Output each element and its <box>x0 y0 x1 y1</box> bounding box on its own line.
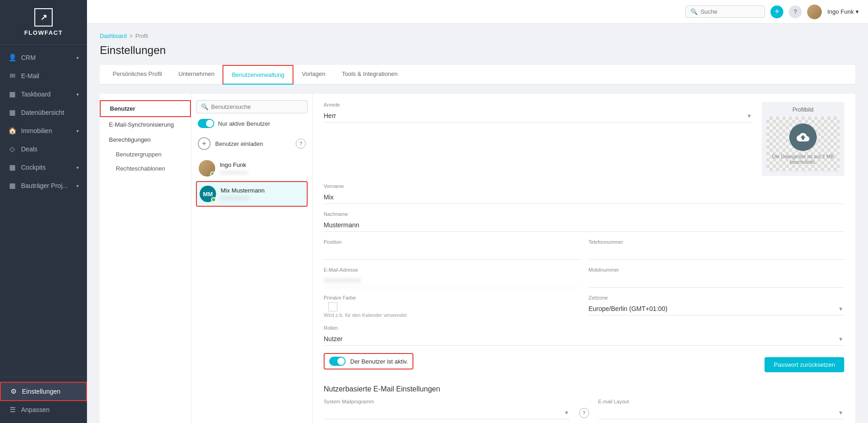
mailprogramm-select[interactable] <box>324 406 570 419</box>
sidebar-item-immobilien[interactable]: 🏠 Immobilien ▾ <box>0 122 87 140</box>
form-row-position: Position Telefonnummer <box>324 239 844 260</box>
form-row-rollen: Rollen Nutzer <box>324 325 844 346</box>
email-layout-select[interactable] <box>598 406 845 419</box>
nav-email-sync[interactable]: E-Mail-Synchronisierung <box>100 117 191 132</box>
sidebar-item-email[interactable]: ✉ E-Mail <box>0 67 87 85</box>
form-row-mailprogramm: System Mailprogramm ? E-mail Layout <box>324 399 844 419</box>
page-title: Einstellungen <box>100 44 855 57</box>
sidebar-item-crm[interactable]: 👤 CRM ▾ <box>0 48 87 67</box>
invite-row[interactable]: + Benutzer einladen ? <box>196 134 308 154</box>
active-toggle[interactable] <box>329 357 346 366</box>
anrede-select[interactable]: Herr <box>324 109 753 123</box>
taskboard-caret: ▾ <box>76 92 79 97</box>
mailprogramm-help: ? <box>579 399 589 418</box>
add-button[interactable]: + <box>770 5 783 18</box>
settings-tabs: Persönliches Profil Unternehmen Benutzer… <box>100 65 855 85</box>
nachname-input[interactable] <box>324 219 844 232</box>
rollen-select[interactable]: Nutzer <box>324 332 844 346</box>
datenuebersicht-icon: ▦ <box>8 108 16 117</box>
email-icon: ✉ <box>8 72 16 80</box>
nav-berechtigungen[interactable]: Berechtigungen <box>100 132 191 147</box>
taskboard-icon: ▦ <box>8 90 16 98</box>
sidebar: ↗ FLOWFACT 👤 CRM ▾ ✉ E-Mail ▦ Taskboard … <box>0 0 87 423</box>
sidebar-item-immobilien-label: Immobilien <box>21 127 52 134</box>
profilbild-area: Profilbild Die Dateigröße ist auf 2 MB b… <box>762 102 844 176</box>
topbar-avatar[interactable] <box>807 5 822 19</box>
tab-persoenliches[interactable]: Persönliches Profil <box>104 65 170 84</box>
tab-benutzerverwaltung[interactable]: Benutzerverwaltung <box>222 65 293 85</box>
telefon-input[interactable] <box>589 246 845 260</box>
help-button[interactable]: ? <box>789 5 802 18</box>
profilbild-note: Die Dateigröße ist auf 2 MB beschränkt. <box>766 154 840 165</box>
sidebar-item-einstellungen-label: Einstellungen <box>22 388 60 395</box>
form-group-email: E-Mail-Adresse •••••••••••••••••• <box>324 267 580 287</box>
search-input[interactable] <box>700 8 760 15</box>
logo-icon: ↗ <box>34 8 53 27</box>
ingo-info: Ingo Funk •••••••••••••••• <box>220 161 305 176</box>
vorname-input[interactable] <box>324 191 844 204</box>
nav-benutzer[interactable]: Benutzer <box>100 100 191 117</box>
reset-password-button[interactable]: Passwort zurücksetzen <box>765 357 844 372</box>
sidebar-item-email-label: E-Mail <box>21 72 39 80</box>
nav-rechteschablonen[interactable]: Rechteschablonen <box>100 161 191 176</box>
active-users-toggle[interactable] <box>198 119 214 128</box>
email-value: •••••••••••••••••• <box>324 274 580 287</box>
tab-unternehmen[interactable]: Unternehmen <box>170 65 223 84</box>
sidebar-item-cockpits[interactable]: ▦ Cockpits ▾ <box>0 158 87 177</box>
sidebar-item-anpassen-label: Anpassen <box>21 406 49 413</box>
form-row-vorname: Vorname <box>324 183 844 204</box>
sidebar-item-anpassen[interactable]: ☰ Anpassen <box>0 401 87 418</box>
sidebar-item-deals[interactable]: ◇ Deals <box>0 140 87 158</box>
mobil-input[interactable] <box>589 274 845 288</box>
breadcrumb-current: Profil <box>136 33 148 39</box>
zeitzone-select[interactable]: Europe/Berlin (GMT+01:00) <box>589 302 845 316</box>
topbar: 🔍 + ? Ingo Funk ▾ <box>87 0 868 24</box>
mobil-label: Mobilnummer <box>589 267 845 273</box>
bottom-action-row: Der Benutzer ist aktiv. Passwort zurücks… <box>324 353 844 376</box>
logo-text: FLOWFACT <box>24 29 63 36</box>
tab-vorlagen[interactable]: Vorlagen <box>293 65 333 84</box>
vorname-label: Vorname <box>324 183 844 189</box>
active-users-label: Nur aktive Benutzer <box>218 120 270 127</box>
mix-name: Mix Mustermann <box>221 187 304 194</box>
mailprogramm-help-icon[interactable]: ? <box>579 408 589 418</box>
farbe-sub-note: Wird z.b. für den Kalender verwendet <box>324 312 580 318</box>
breadcrumb-home[interactable]: Dashboard <box>100 33 127 39</box>
color-picker[interactable] <box>328 302 337 311</box>
bautraeger-icon: ▦ <box>8 182 16 190</box>
mix-avatar: MM <box>200 186 216 202</box>
settings-body: Benutzer E-Mail-Synchronisierung Berecht… <box>100 94 855 423</box>
sidebar-item-bautraeger[interactable]: ▦ Bauträger Proj... ▾ <box>0 177 87 195</box>
rollen-label: Rollen <box>324 325 844 331</box>
sidebar-item-taskboard[interactable]: ▦ Taskboard ▾ <box>0 85 87 103</box>
upload-icon[interactable] <box>789 123 817 151</box>
invite-plus-icon: + <box>198 137 211 150</box>
sidebar-item-datenuebersicht-label: Datenübersicht <box>21 109 64 116</box>
form-group-position: Position <box>324 239 580 260</box>
nav-benutzergruppen[interactable]: Benutzergruppen <box>100 147 191 161</box>
anpassen-icon: ☰ <box>8 406 16 414</box>
sidebar-item-bautraeger-label: Bauträger Proj... <box>21 182 68 189</box>
position-input[interactable] <box>324 246 580 260</box>
profilbild-checkerboard: Die Dateigröße ist auf 2 MB beschränkt. <box>766 117 840 171</box>
zeitzone-select-wrapper: Europe/Berlin (GMT+01:00) <box>589 302 845 316</box>
user-search-input[interactable] <box>211 103 303 110</box>
sidebar-item-datenuebersicht[interactable]: ▦ Datenübersicht <box>0 103 87 122</box>
ingo-email: •••••••••••••••• <box>220 170 248 175</box>
user-search-box[interactable]: 🔍 <box>196 100 308 113</box>
sidebar-item-einstellungen[interactable]: ⚙ Einstellungen <box>0 382 87 401</box>
sidebar-item-crm-label: CRM <box>21 54 36 61</box>
search-box[interactable]: 🔍 <box>685 5 765 18</box>
ingo-name: Ingo Funk <box>220 161 305 168</box>
tab-tools[interactable]: Tools & Integrationen <box>334 65 406 84</box>
email-label: E-Mail-Adresse <box>324 267 580 273</box>
user-item-mix[interactable]: MM Mix Mustermann •••••••••••••••• <box>196 181 308 207</box>
form-row-nachname: Nachname <box>324 211 844 232</box>
form-panel: Anrede Herr Profilbild <box>313 94 855 423</box>
farbe-label: Primäre Farbe <box>324 295 580 300</box>
user-item-ingo[interactable]: Ingo Funk •••••••••••••••• <box>196 156 308 180</box>
mailprogramm-label: System Mailprogramm <box>324 399 570 404</box>
invite-help-icon[interactable]: ? <box>296 139 306 149</box>
bautraeger-caret: ▾ <box>76 183 79 188</box>
topbar-user[interactable]: Ingo Funk ▾ <box>827 8 859 15</box>
